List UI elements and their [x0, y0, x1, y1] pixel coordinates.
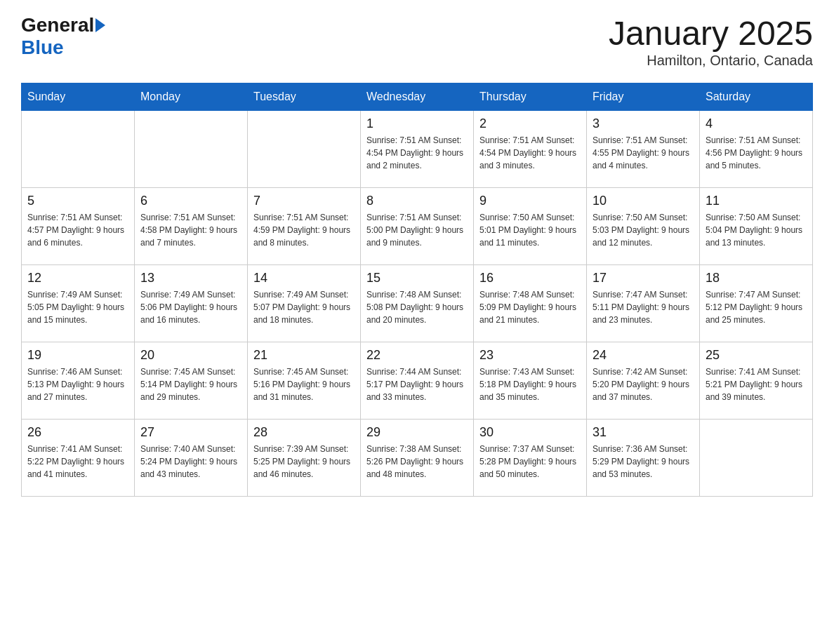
day-number: 22	[366, 348, 468, 363]
day-info: Sunrise: 7:51 AM Sunset: 5:00 PM Dayligh…	[366, 211, 468, 249]
day-number: 21	[253, 348, 355, 363]
day-number: 8	[366, 194, 468, 208]
calendar-cell: 3Sunrise: 7:51 AM Sunset: 4:55 PM Daylig…	[587, 111, 700, 188]
calendar-week-row: 5Sunrise: 7:51 AM Sunset: 4:57 PM Daylig…	[22, 188, 813, 265]
calendar-cell: 5Sunrise: 7:51 AM Sunset: 4:57 PM Daylig…	[22, 188, 135, 265]
day-number: 17	[593, 271, 694, 286]
day-number: 27	[140, 425, 241, 440]
day-info: Sunrise: 7:45 AM Sunset: 5:16 PM Dayligh…	[253, 365, 355, 403]
title-section: January 2025 Hamilton, Ontario, Canada	[609, 14, 813, 69]
day-info: Sunrise: 7:45 AM Sunset: 5:14 PM Dayligh…	[140, 365, 241, 403]
calendar-cell: 14Sunrise: 7:49 AM Sunset: 5:07 PM Dayli…	[248, 265, 361, 342]
day-info: Sunrise: 7:47 AM Sunset: 5:11 PM Dayligh…	[593, 288, 694, 326]
day-info: Sunrise: 7:50 AM Sunset: 5:01 PM Dayligh…	[479, 211, 581, 249]
day-info: Sunrise: 7:51 AM Sunset: 4:56 PM Dayligh…	[706, 134, 807, 172]
calendar-day-header: Monday	[135, 83, 248, 111]
calendar-cell: 25Sunrise: 7:41 AM Sunset: 5:21 PM Dayli…	[700, 342, 813, 420]
location: Hamilton, Ontario, Canada	[609, 53, 813, 69]
calendar-day-header: Friday	[587, 83, 700, 111]
day-info: Sunrise: 7:49 AM Sunset: 5:06 PM Dayligh…	[140, 288, 241, 326]
calendar-day-header: Tuesday	[248, 83, 361, 111]
calendar-cell: 31Sunrise: 7:36 AM Sunset: 5:29 PM Dayli…	[587, 420, 700, 497]
calendar-day-header: Sunday	[22, 83, 135, 111]
day-number: 29	[366, 425, 468, 440]
calendar-cell: 13Sunrise: 7:49 AM Sunset: 5:06 PM Dayli…	[135, 265, 248, 342]
day-info: Sunrise: 7:36 AM Sunset: 5:29 PM Dayligh…	[593, 443, 694, 481]
day-number: 16	[479, 271, 581, 286]
calendar-week-row: 26Sunrise: 7:41 AM Sunset: 5:22 PM Dayli…	[22, 420, 813, 497]
day-number: 3	[593, 116, 694, 131]
day-number: 28	[253, 425, 355, 440]
calendar-cell	[700, 420, 813, 497]
day-info: Sunrise: 7:51 AM Sunset: 4:59 PM Dayligh…	[253, 211, 355, 249]
day-info: Sunrise: 7:41 AM Sunset: 5:21 PM Dayligh…	[706, 365, 807, 403]
day-number: 14	[253, 271, 355, 286]
day-info: Sunrise: 7:40 AM Sunset: 5:24 PM Dayligh…	[140, 443, 241, 481]
day-info: Sunrise: 7:47 AM Sunset: 5:12 PM Dayligh…	[706, 288, 807, 326]
day-number: 11	[706, 194, 807, 208]
day-info: Sunrise: 7:48 AM Sunset: 5:08 PM Dayligh…	[366, 288, 468, 326]
calendar-cell: 30Sunrise: 7:37 AM Sunset: 5:28 PM Dayli…	[474, 420, 587, 497]
day-info: Sunrise: 7:42 AM Sunset: 5:20 PM Dayligh…	[593, 365, 694, 403]
day-number: 24	[593, 348, 694, 363]
calendar-cell	[22, 111, 135, 188]
calendar-day-header: Thursday	[474, 83, 587, 111]
day-info: Sunrise: 7:37 AM Sunset: 5:28 PM Dayligh…	[479, 443, 581, 481]
calendar-cell: 23Sunrise: 7:43 AM Sunset: 5:18 PM Dayli…	[474, 342, 587, 420]
day-number: 10	[593, 194, 694, 208]
day-number: 1	[366, 116, 468, 131]
calendar-cell: 28Sunrise: 7:39 AM Sunset: 5:25 PM Dayli…	[248, 420, 361, 497]
day-number: 25	[706, 348, 807, 363]
day-info: Sunrise: 7:51 AM Sunset: 4:55 PM Dayligh…	[593, 134, 694, 172]
calendar-week-row: 12Sunrise: 7:49 AM Sunset: 5:05 PM Dayli…	[22, 265, 813, 342]
calendar-cell: 9Sunrise: 7:50 AM Sunset: 5:01 PM Daylig…	[474, 188, 587, 265]
day-number: 31	[593, 425, 694, 440]
day-info: Sunrise: 7:51 AM Sunset: 4:58 PM Dayligh…	[140, 211, 241, 249]
day-info: Sunrise: 7:51 AM Sunset: 4:57 PM Dayligh…	[27, 211, 128, 249]
calendar-cell: 17Sunrise: 7:47 AM Sunset: 5:11 PM Dayli…	[587, 265, 700, 342]
day-number: 23	[479, 348, 581, 363]
day-number: 15	[366, 271, 468, 286]
logo-blue-text: Blue	[21, 36, 64, 58]
day-info: Sunrise: 7:49 AM Sunset: 5:07 PM Dayligh…	[253, 288, 355, 326]
calendar-cell: 19Sunrise: 7:46 AM Sunset: 5:13 PM Dayli…	[22, 342, 135, 420]
calendar-cell	[248, 111, 361, 188]
day-info: Sunrise: 7:43 AM Sunset: 5:18 PM Dayligh…	[479, 365, 581, 403]
day-info: Sunrise: 7:48 AM Sunset: 5:09 PM Dayligh…	[479, 288, 581, 326]
day-number: 2	[479, 116, 581, 131]
day-number: 4	[706, 116, 807, 131]
logo: General Blue	[21, 14, 107, 59]
day-info: Sunrise: 7:38 AM Sunset: 5:26 PM Dayligh…	[366, 443, 468, 481]
day-number: 5	[27, 194, 128, 208]
calendar-cell: 4Sunrise: 7:51 AM Sunset: 4:56 PM Daylig…	[700, 111, 813, 188]
calendar-cell: 8Sunrise: 7:51 AM Sunset: 5:00 PM Daylig…	[361, 188, 474, 265]
day-number: 12	[27, 271, 128, 286]
calendar-cell: 20Sunrise: 7:45 AM Sunset: 5:14 PM Dayli…	[135, 342, 248, 420]
logo-arrow-icon	[95, 18, 105, 32]
page-header: General Blue January 2025 Hamilton, Onta…	[21, 14, 813, 69]
day-info: Sunrise: 7:51 AM Sunset: 4:54 PM Dayligh…	[479, 134, 581, 172]
calendar-cell: 2Sunrise: 7:51 AM Sunset: 4:54 PM Daylig…	[474, 111, 587, 188]
day-info: Sunrise: 7:46 AM Sunset: 5:13 PM Dayligh…	[27, 365, 128, 403]
day-info: Sunrise: 7:50 AM Sunset: 5:04 PM Dayligh…	[706, 211, 807, 249]
calendar-cell: 24Sunrise: 7:42 AM Sunset: 5:20 PM Dayli…	[587, 342, 700, 420]
calendar-table: SundayMondayTuesdayWednesdayThursdayFrid…	[21, 83, 813, 497]
day-number: 20	[140, 348, 241, 363]
day-number: 30	[479, 425, 581, 440]
calendar-cell: 22Sunrise: 7:44 AM Sunset: 5:17 PM Dayli…	[361, 342, 474, 420]
day-number: 9	[479, 194, 581, 208]
calendar-cell: 29Sunrise: 7:38 AM Sunset: 5:26 PM Dayli…	[361, 420, 474, 497]
calendar-cell: 7Sunrise: 7:51 AM Sunset: 4:59 PM Daylig…	[248, 188, 361, 265]
day-info: Sunrise: 7:39 AM Sunset: 5:25 PM Dayligh…	[253, 443, 355, 481]
month-title: January 2025	[609, 14, 813, 53]
calendar-cell: 1Sunrise: 7:51 AM Sunset: 4:54 PM Daylig…	[361, 111, 474, 188]
day-number: 19	[27, 348, 128, 363]
day-number: 26	[27, 425, 128, 440]
day-info: Sunrise: 7:44 AM Sunset: 5:17 PM Dayligh…	[366, 365, 468, 403]
calendar-cell: 10Sunrise: 7:50 AM Sunset: 5:03 PM Dayli…	[587, 188, 700, 265]
logo-general-text: General	[21, 14, 94, 36]
calendar-cell: 18Sunrise: 7:47 AM Sunset: 5:12 PM Dayli…	[700, 265, 813, 342]
calendar-day-header: Saturday	[700, 83, 813, 111]
day-info: Sunrise: 7:51 AM Sunset: 4:54 PM Dayligh…	[366, 134, 468, 172]
day-number: 6	[140, 194, 241, 208]
